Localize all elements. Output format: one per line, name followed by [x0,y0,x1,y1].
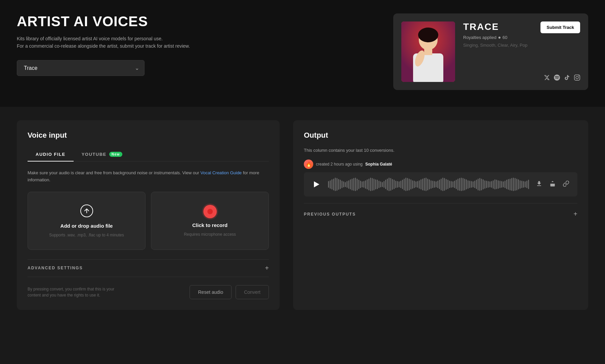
tab-youtube-label: YOUTUBE [82,152,107,157]
tiktok-icon[interactable] [564,75,570,82]
twitter-icon[interactable] [544,75,550,82]
upload-label: Add or drop audio file [61,223,113,229]
royalties-label: Royalties applied [463,35,496,40]
artist-tags: Singing, Smooth, Clear, Airy, Pop [463,43,580,48]
plus-icon: + [265,264,269,272]
svg-point-3 [418,28,438,42]
play-triangle-icon [314,181,319,187]
conversion-meta: 🔥 created 2 hours ago using Sophia Galat… [304,160,577,169]
record-dot-inner [207,209,213,214]
royalties-dot [498,37,500,39]
download-button[interactable] [534,179,544,190]
previous-outputs-label: PREVIOUS OUTPUTS [304,212,356,217]
upload-area: Add or drop audio file Supports .wav, .m… [28,192,269,250]
conversion-item: 🔥 created 2 hours ago using Sophia Galat… [304,160,577,196]
artist-royalties: Royalties applied 60 [463,35,580,40]
output-subtitle: This column contains your last 10 conver… [304,148,577,153]
conversion-artist-name: Sophia Galaté [365,162,392,167]
player-actions [534,179,571,190]
play-button[interactable] [311,178,323,190]
voice-input-panel: Voice input AUDIO FILE YOUTUBE New Make … [17,120,280,310]
upload-file-box[interactable]: Add or drop audio file Supports .wav, .m… [28,192,146,250]
subtitle-line2: For a commercial co-release alongside th… [17,43,190,49]
tab-audio-file[interactable]: AUDIO FILE [28,148,74,162]
royalties-count: 60 [502,35,507,40]
tab-audio-file-label: AUDIO FILE [36,152,66,157]
divider [304,203,577,203]
record-label: Click to record [192,222,228,228]
link-button[interactable] [561,179,571,190]
vocal-guide-link[interactable]: Vocal Creation Guide [200,170,242,175]
subtitle-line1: Kits library of officially licensed arti… [17,36,163,41]
svg-rect-5 [424,48,432,55]
voice-description: Make sure your audio is clear and free f… [28,170,269,184]
bottom-bar: By pressing convert, you confirm that th… [28,285,269,299]
hero-left: ARTIST AI VOICES Kits library of officia… [17,13,218,76]
artist-select-wrapper[interactable]: Trace Sophia Galaté ⌄ [17,60,145,76]
output-panel: Output This column contains your last 10… [293,120,588,310]
upload-icon [80,204,93,219]
hero-subtitle: Kits library of officially licensed arti… [17,35,218,50]
avatar: 🔥 [304,160,313,169]
social-icons [544,75,580,82]
artist-image [401,21,455,82]
record-box[interactable]: Click to record Requires microphone acce… [151,192,269,250]
new-badge: New [109,152,122,157]
top-section: ARTIST AI VOICES Kits library of officia… [0,0,605,107]
bottom-section: Voice input AUDIO FILE YOUTUBE New Make … [0,107,605,323]
instagram-icon[interactable] [574,75,580,82]
share-button[interactable] [548,179,557,190]
app-title: ARTIST AI VOICES [17,13,218,30]
upload-sublabel: Supports .wav, .mp3, .flac up to 4 minut… [49,233,124,237]
reset-audio-button[interactable]: Reset audio [190,285,232,299]
artist-card: TRACE Royalties applied 60 Singing, Smoo… [393,13,588,90]
tabs-container: AUDIO FILE YOUTUBE New [28,148,269,162]
advanced-settings-label: ADVANCED SETTINGS [28,266,83,270]
tab-youtube[interactable]: YOUTUBE New [74,148,130,162]
advanced-settings[interactable]: ADVANCED SETTINGS + [28,259,269,277]
voice-input-title: Voice input [28,131,269,140]
avatar-emoji: 🔥 [306,162,312,167]
previous-outputs[interactable]: PREVIOUS OUTPUTS + [304,210,577,218]
record-sublabel: Requires microphone access [184,232,236,237]
artist-select[interactable]: Trace Sophia Galaté [17,60,145,76]
output-title: Output [304,131,577,140]
action-buttons: Reset audio Convert [190,285,269,299]
audio-player [304,172,577,196]
description-part1: Make sure your audio is clear and free f… [28,170,199,175]
record-icon [203,205,217,218]
expand-previous-outputs-icon: + [573,210,577,218]
spotify-icon[interactable] [554,75,560,82]
conversion-time: created 2 hours ago using [316,162,363,167]
artist-figure [401,21,455,82]
terms-text: By pressing convert, you confirm that th… [28,286,122,298]
waveform[interactable] [328,178,529,191]
convert-button[interactable]: Convert [236,285,269,299]
submit-track-button[interactable]: Submit Track [540,21,580,33]
